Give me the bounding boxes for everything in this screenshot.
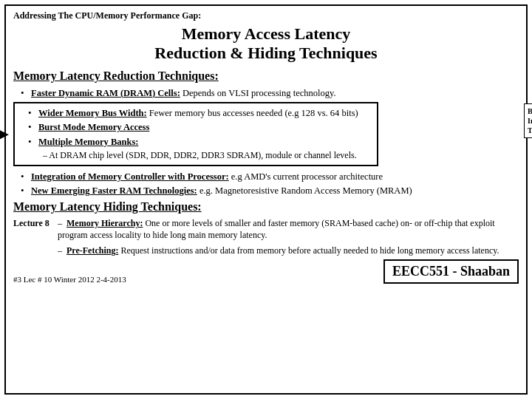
lecture-text: – Memory Hierarchy: One or more levels o… (58, 217, 519, 241)
hiding-section: Memory Latency Hiding Techniques: Lectur… (13, 200, 519, 256)
middle-box: • Wider Memory Bus Width: Fewer memory b… (13, 102, 378, 166)
main-title: Memory Access Latency Reduction & Hiding… (13, 24, 519, 64)
footer-left: #3 Lec # 10 Winter 2012 2-4-2013 (13, 275, 126, 284)
bullet-3-body: e.g. Magnetoresistive Random Access Memo… (197, 185, 412, 196)
bullet-item-3: • New Emerging Faster RAM Technologies: … (13, 185, 519, 197)
hiding-dash1-label: Memory Hierarchy: (66, 218, 143, 228)
bullet-item-1: • Faster Dynamic RAM (DRAM) Cells: Depen… (13, 87, 519, 99)
main-title-line1: Memory Access Latency (182, 24, 350, 43)
bullet-3-marker: • (21, 185, 31, 197)
bullet-1-body: Depends on VLSI processing technology. (180, 88, 336, 98)
bullet-3-text: New Emerging Faster RAM Technologies: e.… (31, 185, 519, 197)
stamp-box: EECC551 - Shaaban (383, 259, 519, 284)
hiding-dash2: – Pre-Fetching: Request instructions and… (58, 245, 499, 256)
lecture-row-1: Lecture 8 – Memory Hierarchy: One or mor… (13, 217, 519, 241)
main-title-line2: Reduction & Hiding Techniques (154, 44, 377, 62)
hiding-dash1: – Memory Hierarchy: One or more levels o… (58, 218, 495, 240)
middle-bullet-1-body: Fewer memory bus accesses needed (e.g 12… (147, 108, 358, 118)
arrow-left: ► (0, 126, 12, 143)
middle-bullet-2-marker: • (28, 121, 38, 133)
hiding-heading: Memory Latency Hiding Techniques: (13, 200, 519, 214)
lecture-label-empty (13, 245, 58, 245)
lecture-row-2: – Pre-Fetching: Request instructions and… (13, 245, 519, 256)
bullet-1-text: Faster Dynamic RAM (DRAM) Cells: Depends… (31, 87, 519, 99)
reduction-heading: Memory Latency Reduction Techniques: (13, 69, 519, 83)
bullet-2-text: Integration of Memory Controller with Pr… (31, 171, 519, 183)
sub-bullet-content: At DRAM chip level (SDR, DDR, DDR2, DDR3… (49, 150, 356, 160)
multiple-memory-ranks-label: Multiple Memory Banks: (38, 137, 138, 147)
hiding-dash2-label: Pre-Fetching: (66, 245, 118, 256)
title-bar-text: Addressing The CPU/Memory Performance Ga… (13, 10, 201, 21)
title-bar: Addressing The CPU/Memory Performance Ga… (13, 10, 519, 21)
lecture-text-2: – Pre-Fetching: Request instructions and… (58, 245, 519, 256)
middle-bullet-1-text: Wider Memory Bus Width: Fewer memory bus… (38, 107, 371, 119)
hiding-dash2-text: Request instructions and/or data from me… (118, 245, 499, 256)
middle-bullet-3-text: Multiple Memory Banks: (38, 136, 371, 148)
middle-bullet-1: • Wider Memory Bus Width: Fewer memory b… (21, 107, 371, 119)
outer-box: Addressing The CPU/Memory Performance Ga… (4, 4, 528, 395)
side-note: Basic Memory Bandwidth Improvement/Miss … (524, 103, 532, 138)
middle-bullet-3-marker: • (28, 136, 38, 148)
footer-row: #3 Lec # 10 Winter 2012 2-4-2013 EECC551… (13, 259, 519, 284)
middle-bullet-1-label: Wider Memory Bus Width: (38, 108, 147, 118)
bullet-2-body: e.g AMD's current processor architecture (229, 171, 383, 182)
bullet-2-label: Integration of Memory Controller with Pr… (31, 171, 229, 182)
bullet-item-2: • Integration of Memory Controller with … (13, 171, 519, 183)
bullet-1-label: Faster Dynamic RAM (DRAM) Cells: (31, 88, 180, 98)
sub-bullet-text: At DRAM chip level (SDR, DDR, DDR2, DDR3… (21, 150, 371, 161)
middle-bullet-2: • Burst Mode Memory Access (21, 121, 371, 133)
middle-bullet-1-marker: • (28, 107, 38, 119)
bullet-3-label: New Emerging Faster RAM Technologies: (31, 185, 197, 196)
middle-bullet-3: • Multiple Memory Banks: (21, 136, 371, 148)
middle-bullet-2-label: Burst Mode Memory Access (38, 122, 149, 132)
bullet-2-marker: • (21, 171, 31, 183)
middle-bullet-2-text: Burst Mode Memory Access (38, 121, 371, 133)
bullet-1-marker: • (21, 87, 31, 99)
lecture-label: Lecture 8 (13, 217, 58, 229)
side-note-text: Basic Memory Bandwidth Improvement/Miss … (528, 107, 532, 134)
